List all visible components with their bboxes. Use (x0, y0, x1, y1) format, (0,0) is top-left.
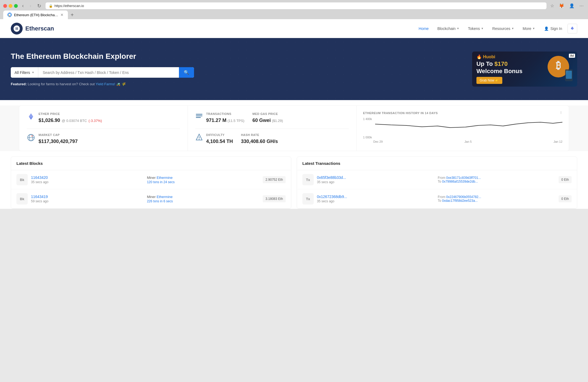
block-time: 35 secs ago (31, 180, 144, 184)
market-cap-icon (27, 133, 35, 143)
tx-to-addr[interactable]: 0x79986af15539de2db... (442, 180, 478, 183)
block-txns-link[interactable]: 226 txns in 6 secs (147, 199, 173, 203)
search-input[interactable] (38, 67, 179, 78)
block-miner-link[interactable]: Ethermine (157, 176, 172, 180)
chart-area: 1 400k 1 000k Dec 29 Jan 5 Jan 12 (363, 117, 562, 144)
tx-hash[interactable]: 0x65f3e88b33d... (317, 175, 346, 180)
block-reward: 3.18083 Eth (263, 195, 286, 202)
tx-hash[interactable]: 0x12672368db9... (317, 195, 347, 199)
block-item: Bk 11643419 59 secs ago Miner Ethermine … (11, 189, 291, 209)
logo-icon (11, 23, 23, 35)
block-txns-link[interactable]: 120 txns in 24 secs (147, 180, 175, 184)
tx-info: 0x65f3e88b33d... 35 secs ago (317, 175, 434, 184)
menu-button[interactable]: ⋯ (578, 2, 585, 9)
yield-farms-link[interactable]: Yield Farms! 🚜 🌾 (96, 82, 126, 86)
nav-home[interactable]: Home (415, 24, 433, 33)
active-tab[interactable]: 📊 Ethereum (ETH) Blockchain E× ✕ (3, 11, 68, 19)
bookmark-button[interactable]: ☆ (549, 2, 555, 9)
med-gas-usd: ($1.29) (272, 119, 283, 123)
search-filter-dropdown[interactable]: All Filters ▼ (11, 67, 38, 78)
ad-brand: 🔥 Huobi (476, 54, 523, 59)
block-icon: Bk (16, 193, 28, 204)
tx-from-addr[interactable]: 0x22467906b0554782... (446, 195, 481, 199)
hash-rate-label: HASH RATE (241, 133, 278, 137)
market-cap-value: $117,300,420,797 (39, 139, 78, 144)
extension-button[interactable]: 🦊 (558, 2, 565, 9)
hero-title: The Ethereum Blockchain Explorer (11, 52, 461, 61)
block-time: 59 secs ago (31, 199, 144, 203)
ether-price-label: ETHER PRICE (39, 112, 102, 115)
block-miner-link[interactable]: Ethermine (157, 195, 172, 199)
block-icon: Bk (16, 174, 28, 185)
nav-tokens[interactable]: Tokens ▼ (464, 24, 487, 33)
featured-text: Featured: Looking for farms to harvest o… (11, 82, 461, 86)
latest-transactions-card: Latest Transactions Tx 0x65f3e88b33d... … (297, 156, 577, 209)
chart-label-jan5: Jan 5 (465, 140, 472, 143)
block-miner: Miner Ethermine (147, 176, 260, 180)
chart-more-button[interactable]: ⋮ (559, 111, 563, 115)
eth-price-icon (27, 112, 35, 122)
block-number[interactable]: 11643420 (31, 175, 48, 180)
logo-svg (13, 25, 20, 32)
chart-label-jan12: Jan 12 (554, 140, 562, 143)
block-info: 11643420 35 secs ago (31, 175, 144, 184)
nav-more[interactable]: More ▼ (519, 24, 539, 33)
difficulty-icon (195, 133, 203, 142)
difficulty-value: 4,100.54 TH (206, 139, 233, 144)
chart-col: ETHEREUM TRANSACTION HISTORY IN 14 DAYS … (357, 106, 569, 151)
logo[interactable]: Etherscan (11, 23, 54, 35)
tx-to: To 0x79986af15539de2db... (438, 180, 555, 183)
search-bar: All Filters ▼ 🔍 (11, 67, 194, 78)
nav-resources[interactable]: Resources ▼ (489, 24, 518, 33)
difficulty-label: DIFFICULTY (206, 133, 233, 137)
tx-from-addr[interactable]: 0xe38171c839d3ff701... (446, 176, 481, 180)
chart-label-dec29: Dec 29 (373, 140, 383, 143)
profile-button[interactable]: 👤 (568, 2, 576, 9)
latest-blocks-header: Latest Blocks (11, 157, 291, 170)
ad-cta-button[interactable]: Grab Now 👉 (476, 77, 502, 84)
svg-rect-10 (196, 114, 202, 115)
chart-svg (375, 117, 562, 139)
transactions-icon (195, 113, 203, 122)
transactions-value: 971.27 M (206, 118, 226, 123)
market-cap-label: MARKET CAP (39, 133, 78, 137)
maximize-button[interactable] (14, 4, 18, 8)
ether-price-btc: @ 0.03074 BTC (62, 119, 87, 123)
sign-in-button[interactable]: 👤 Sign In (540, 25, 566, 33)
close-button[interactable] (3, 4, 7, 8)
url-display[interactable]: https://etherscan.io (54, 4, 84, 8)
new-tab-button[interactable]: + (68, 11, 76, 19)
latest-section: Latest Blocks Bk 11643420 35 secs ago Mi… (11, 156, 577, 209)
block-item: Bk 11643420 35 secs ago Miner Ethermine … (11, 170, 291, 189)
search-button[interactable]: 🔍 (179, 67, 194, 78)
tx-info: 0x12672368db9... 35 secs ago (317, 195, 434, 203)
svg-text:₿: ₿ (556, 60, 561, 71)
main-nav: Home Blockchain ▼ Tokens ▼ Resources ▼ M… (415, 24, 577, 33)
block-miner: Miner Ethermine (147, 195, 260, 199)
tx-amount: 0 Eth (559, 176, 572, 183)
ad-title: Up To $170 Welcome Bonus (476, 60, 523, 75)
med-gas-value: 60 Gwei (253, 118, 271, 123)
hero-section: The Ethereum Blockchain Explorer All Fil… (0, 38, 588, 100)
eth-diamond-icon (570, 26, 575, 31)
svg-rect-3 (566, 71, 572, 79)
tx-to-addr[interactable]: 0xdac17f958d2ee523a... (442, 199, 478, 203)
minimize-button[interactable] (9, 4, 12, 8)
eth-network-button[interactable] (568, 24, 577, 33)
transactions-label: TRANSACTIONS (206, 112, 244, 115)
tx-from: From 0xe38171c839d3ff701... (438, 176, 555, 180)
ether-price-change: (-3.37%) (89, 119, 102, 123)
nav-blockchain[interactable]: Blockchain ▼ (434, 24, 463, 33)
tx-to: To 0xdac17f958d2ee523a... (438, 199, 555, 203)
more-chevron: ▼ (532, 27, 535, 30)
refresh-button[interactable]: ↻ (36, 2, 43, 9)
block-number[interactable]: 11643419 (31, 195, 48, 199)
back-button[interactable]: ‹ (20, 2, 25, 9)
svg-point-9 (32, 135, 33, 137)
tokens-chevron: ▼ (481, 27, 484, 30)
tab-close-button[interactable]: ✕ (60, 13, 64, 17)
chart-title: ETHEREUM TRANSACTION HISTORY IN 14 DAYS (363, 111, 438, 115)
forward-button[interactable]: › (28, 2, 33, 9)
ssl-lock-icon: 🔒 (49, 4, 53, 8)
tab-favicon: 📊 (8, 13, 12, 17)
